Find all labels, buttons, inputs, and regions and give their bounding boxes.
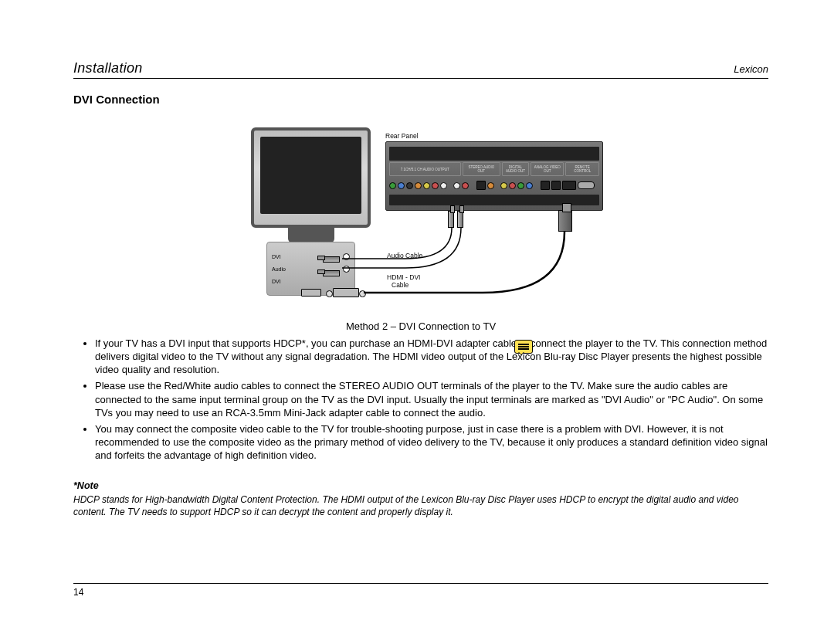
- list-item: You may connect the composite video cabl…: [95, 422, 768, 462]
- rear-panel: 7.1CH/5.1 CH AUDIO OUTPUT STEREO AUDIO O…: [385, 141, 603, 211]
- rca-port-icon: [406, 182, 413, 189]
- cable-label-audio: Audio Cable: [387, 253, 422, 260]
- rca-port-icon: [500, 182, 507, 189]
- tv-icon: [251, 127, 371, 228]
- page-header: Installation Lexicon: [73, 60, 768, 79]
- comment-annotation-icon[interactable]: [514, 340, 533, 354]
- rca-port-icon: [423, 182, 430, 189]
- rca-port-icon: [440, 182, 447, 189]
- audio-jack-icon: [343, 266, 350, 273]
- rca-port-icon: [487, 182, 494, 189]
- usb-port-icon: [551, 181, 561, 190]
- note-body: HDCP stands for High-bandwidth Digital C…: [73, 494, 768, 519]
- rca-plug-icon: [448, 211, 454, 228]
- rca-port-icon: [432, 182, 439, 189]
- rca-port-icon: [398, 182, 405, 189]
- rca-port-icon: [453, 182, 460, 189]
- header-section: Installation: [73, 60, 143, 76]
- lan-port-icon: [541, 181, 550, 190]
- rp-label-analog: ANALOG VIDEO OUT: [531, 162, 564, 176]
- rp-label-remote: REMOTE CONTROL: [565, 162, 599, 176]
- connection-diagram: Rear Panel DVI Audio DVI 7.1CH/5.1 CH AU…: [251, 127, 606, 313]
- diagram-caption: Method 2 – DVI Connection to TV: [73, 320, 768, 332]
- rca-port-icon: [517, 182, 524, 189]
- rca-port-icon: [462, 182, 469, 189]
- rca-port-icon: [389, 182, 396, 189]
- optical-port-icon: [476, 181, 486, 190]
- rca-plug-icon: [323, 270, 340, 276]
- list-item: Please use the Red/White audio cables to…: [95, 379, 768, 419]
- rca-plug-icon: [457, 211, 463, 228]
- hdmi-plug-icon: [558, 210, 572, 232]
- tv-port-label-audio: Audio: [272, 266, 286, 272]
- cable-label-hdmi-dvi-2: Cable: [392, 282, 409, 290]
- rear-panel-label: Rear Panel: [385, 132, 419, 140]
- rca-port-icon: [509, 182, 516, 189]
- rp-label-digital-audio: DIGITAL AUDIO OUT: [502, 162, 529, 176]
- dvi-port-icon: [301, 289, 321, 297]
- tv-port-label-dvi-audio: DVI: [272, 254, 281, 259]
- serial-port-icon: [578, 181, 595, 189]
- audio-jack-icon: [343, 253, 350, 260]
- header-brand: Lexicon: [734, 63, 768, 75]
- rca-port-icon: [526, 182, 533, 189]
- page-number: 14: [73, 583, 768, 598]
- tv-stand: [288, 228, 334, 243]
- note-heading: *Note: [73, 480, 768, 491]
- section-title: DVI Connection: [73, 93, 768, 106]
- tv-screen: [260, 137, 361, 214]
- rca-plug-icon: [323, 256, 340, 263]
- list-item: If your TV has a DVI input that supports…: [95, 337, 768, 376]
- rp-label-ch-audio: 7.1CH/5.1 CH AUDIO OUTPUT: [389, 162, 461, 176]
- tv-port-label-dvi: DVI: [272, 279, 281, 284]
- rca-port-icon: [415, 182, 422, 189]
- instruction-list: If your TV has a DVI input that supports…: [73, 337, 768, 462]
- rp-label-stereo: STEREO AUDIO OUT: [463, 162, 500, 176]
- dvi-plug-icon: [333, 288, 359, 297]
- hdmi-port-icon: [562, 181, 576, 190]
